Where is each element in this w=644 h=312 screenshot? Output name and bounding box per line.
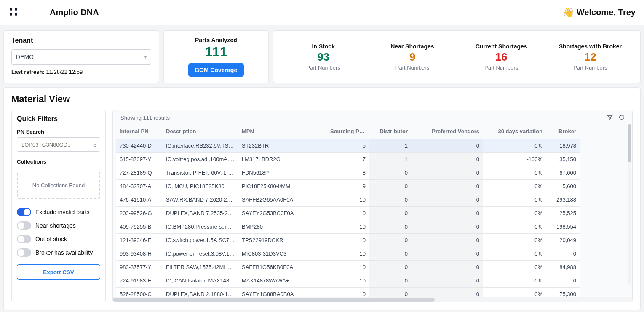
toggle-switch[interactable] [17, 248, 31, 257]
table-cell[interactable]: 727-28189-Q [116, 166, 163, 179]
refresh-icon[interactable] [619, 114, 625, 121]
table-cell[interactable]: 0 [369, 193, 411, 206]
table-cell[interactable]: 0% [483, 274, 546, 287]
table-cell[interactable]: TPS22919DCKR [238, 233, 327, 247]
col-header-7[interactable]: Broker [546, 124, 580, 139]
table-cell[interactable]: SAW,RX,BAND 7,2620-269… [163, 193, 238, 206]
table-cell[interactable]: 8 [327, 166, 369, 179]
table-cell[interactable]: 0 [411, 287, 483, 297]
table-cell[interactable]: 0% [483, 166, 546, 179]
table-cell[interactable]: IC,voltreg,pos,adj,100mA,S… [163, 152, 238, 166]
table-cell[interactable]: DUPLEX,BAND 2,1880-196… [163, 287, 238, 297]
bom-coverage-button[interactable]: BOM Coverage [188, 63, 244, 77]
table-cell[interactable]: 0 [369, 247, 411, 260]
table-cell[interactable]: 0% [483, 260, 546, 274]
table-cell[interactable]: 0 [411, 193, 483, 206]
horizontal-scrollbar-thumb[interactable] [113, 298, 435, 302]
table-cell[interactable]: IC,interface,RS232,5V,TSS… [163, 139, 238, 152]
table-cell[interactable]: 0 [546, 274, 580, 287]
table-cell[interactable]: 0 [369, 220, 411, 233]
table-cell[interactable]: 35,150 [546, 152, 580, 166]
table-cell[interactable]: 993-93408-H [116, 247, 163, 260]
table-cell[interactable]: 10 [327, 233, 369, 247]
table-cell[interactable]: 615-87397-Y [116, 152, 163, 166]
table-cell[interactable]: 0 [411, 233, 483, 247]
scan-icon[interactable]: ⌕ [93, 141, 96, 148]
table-cell[interactable]: 1 [369, 152, 411, 166]
table-cell[interactable]: 5,600 [546, 179, 580, 193]
table-cell[interactable]: 0 [411, 166, 483, 179]
table-cell[interactable]: IC, CAN Isolator, MAX1487… [163, 274, 238, 287]
table-cell[interactable]: 0 [411, 247, 483, 260]
table-cell[interactable]: 10 [327, 274, 369, 287]
table-cell[interactable]: 1 [369, 139, 411, 152]
tenant-select[interactable]: DEMO ▾ [11, 49, 151, 65]
table-cell[interactable]: 0% [483, 206, 546, 220]
table-cell[interactable]: 67,600 [546, 166, 580, 179]
table-cell[interactable]: 0% [483, 139, 546, 152]
table-cell[interactable]: 0 [369, 179, 411, 193]
table-cell[interactable]: 18,978 [546, 139, 580, 152]
table-cell[interactable]: 20,049 [546, 233, 580, 247]
table-cell[interactable]: 0% [483, 233, 546, 247]
table-scroll[interactable]: Internal PNDescriptionMPNSourcing Po…↑Di… [113, 124, 632, 297]
table-cell[interactable]: ST232BTR [238, 139, 327, 152]
table-cell[interactable]: 409-79255-B [116, 220, 163, 233]
col-header-1[interactable]: Description [163, 124, 238, 139]
table-cell[interactable]: 0% [483, 179, 546, 193]
table-cell[interactable]: 0 [369, 287, 411, 297]
table-cell[interactable]: 10 [327, 247, 369, 260]
table-cell[interactable]: Transistor, P-FET, 60V, 1.2… [163, 166, 238, 179]
table-cell[interactable]: 0 [411, 179, 483, 193]
table-cell[interactable]: SAFFB2G65AA0F0A [238, 193, 327, 206]
table-cell[interactable]: 0 [369, 260, 411, 274]
table-cell[interactable]: 476-41510-A [116, 193, 163, 206]
table-cell[interactable]: SAFFB1G56KB0F0A [238, 260, 327, 274]
table-cell[interactable]: 0 [411, 274, 483, 287]
table-cell[interactable]: 724-91983-E [116, 274, 163, 287]
table-cell[interactable]: 0 [411, 220, 483, 233]
table-cell[interactable]: 9 [327, 179, 369, 193]
table-cell[interactable]: 121-39346-E [116, 233, 163, 247]
table-cell[interactable]: 75,300 [546, 287, 580, 297]
table-cell[interactable]: 0 [369, 166, 411, 179]
col-header-5[interactable]: Preferred Vendors [411, 124, 483, 139]
table-cell[interactable]: 484-62707-A [116, 179, 163, 193]
table-cell[interactable]: 526-28500-C [116, 287, 163, 297]
table-cell[interactable]: IC,BMP280,Pressure sensor… [163, 220, 238, 233]
table-cell[interactable]: SAYEY1G88BA0B0A [238, 287, 327, 297]
table-cell[interactable]: 0 [411, 139, 483, 152]
table-cell[interactable]: LM317LBDR2G [238, 152, 327, 166]
filter-icon[interactable] [607, 114, 613, 121]
table-cell[interactable]: 0 [369, 206, 411, 220]
table-cell[interactable]: 10 [327, 287, 369, 297]
table-cell[interactable]: 0 [411, 206, 483, 220]
table-cell[interactable]: 0% [483, 247, 546, 260]
toggle-switch[interactable] [17, 235, 31, 243]
table-cell[interactable]: 0% [483, 287, 546, 297]
table-cell[interactable]: MAX14878WAWA+ [238, 274, 327, 287]
table-cell[interactable]: 0% [483, 193, 546, 206]
col-header-6[interactable]: 30 days variation [483, 124, 546, 139]
table-cell[interactable]: 0 [411, 152, 483, 166]
col-header-3[interactable]: Sourcing Po…↑ [327, 124, 369, 139]
col-header-4[interactable]: Distributor [369, 124, 411, 139]
table-cell[interactable]: 5 [327, 139, 369, 152]
table-cell[interactable]: 198,554 [546, 220, 580, 233]
export-csv-button[interactable]: Export CSV [17, 264, 100, 280]
table-cell[interactable]: 293,188 [546, 193, 580, 206]
pn-search-wrap[interactable]: ⌕ [17, 137, 100, 152]
table-cell[interactable]: 25,525 [546, 206, 580, 220]
table-cell[interactable]: DUPLEX,BAND 7,2535-265… [163, 206, 238, 220]
col-header-0[interactable]: Internal PN [116, 124, 163, 139]
table-cell[interactable]: 10 [327, 260, 369, 274]
table-cell[interactable]: -100% [483, 152, 546, 166]
table-cell[interactable]: FDN5618P [238, 166, 327, 179]
table-cell[interactable]: 10 [327, 206, 369, 220]
table-cell[interactable]: 84,988 [546, 260, 580, 274]
table-cell[interactable]: 0 [546, 247, 580, 260]
table-cell[interactable]: FILTER,SAW,1575.42MHZ,5… [163, 260, 238, 274]
table-cell[interactable]: MIC803-31D3VC3 [238, 247, 327, 260]
table-cell[interactable]: IC, MCU, PIC18F25K80 [163, 179, 238, 193]
col-header-2[interactable]: MPN [238, 124, 327, 139]
